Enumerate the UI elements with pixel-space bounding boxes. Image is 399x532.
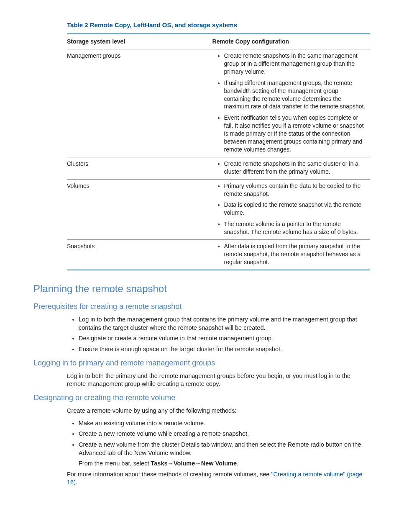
prereq-list: Log in to both the management group that… — [67, 316, 370, 353]
list-item: After data is copied from the primary sn… — [224, 242, 366, 266]
section-heading-prereq: Prerequisites for creating a remote snap… — [33, 301, 370, 311]
menu-path-prefix: From the menu bar, select — [79, 460, 151, 467]
list-item: If using different management groups, th… — [224, 79, 366, 111]
config-table: Storage system level Remote Copy configu… — [67, 33, 370, 270]
table-row: Snapshots After data is copied from the … — [67, 239, 370, 270]
table-header-col2: Remote Copy configuration — [212, 34, 370, 49]
row-label: Clusters — [67, 157, 212, 179]
outro-post: . — [76, 479, 77, 486]
list-item: Create remote snapshots in the same clus… — [224, 160, 366, 176]
table-header-col1: Storage system level — [67, 34, 212, 49]
table-row: Management groups Create remote snapshot… — [67, 49, 370, 157]
designating-outro: For more information about these methods… — [67, 470, 370, 487]
row-label: Management groups — [67, 49, 212, 157]
table-caption: Table 2 Remote Copy, LeftHand OS, and st… — [67, 21, 370, 29]
row-label: Volumes — [67, 179, 212, 239]
section-heading-logging: Logging in to primary and remote managem… — [33, 358, 370, 368]
list-item: Primary volumes contain the data to be c… — [224, 182, 366, 198]
list-item: Log in to both the management group that… — [79, 316, 370, 332]
list-item: Ensure there is enough space on the targ… — [79, 345, 370, 354]
table-row: Clusters Create remote snapshots in the … — [67, 157, 370, 179]
list-item: Designate or create a remote volume in t… — [79, 334, 370, 343]
list-item: Event notification tells you when copies… — [224, 114, 366, 153]
logging-paragraph: Log in to both the primary and the remot… — [67, 372, 370, 388]
list-item: Create remote snapshots in the same mana… — [224, 52, 366, 76]
list-item: Data is copied to the remote snapshot vi… — [224, 201, 366, 217]
list-item: Make an existing volume into a remote vo… — [79, 419, 370, 428]
list-item: Create a new remote volume while creatin… — [79, 430, 370, 438]
designating-intro: Create a remote volume by using any of t… — [67, 407, 370, 415]
menu-path-bold: Volume — [174, 460, 195, 467]
list-item: The remote volume is a pointer to the re… — [224, 220, 366, 236]
menu-path-bold: Tasks — [151, 460, 167, 467]
designating-list: Make an existing volume into a remote vo… — [67, 419, 370, 468]
table-row: Volumes Primary volumes contain the data… — [67, 179, 370, 239]
list-item-text: Create a new volume from the cluster Det… — [79, 441, 361, 456]
outro-text: For more information about these methods… — [67, 471, 271, 478]
section-heading-designating: Designating or creating the remote volum… — [33, 393, 370, 403]
section-heading-planning: Planning the remote snapshot — [33, 282, 370, 296]
menu-path-bold: New Volume — [201, 460, 237, 467]
list-item: Create a new volume from the cluster Det… — [79, 441, 370, 468]
row-label: Snapshots — [67, 239, 212, 270]
